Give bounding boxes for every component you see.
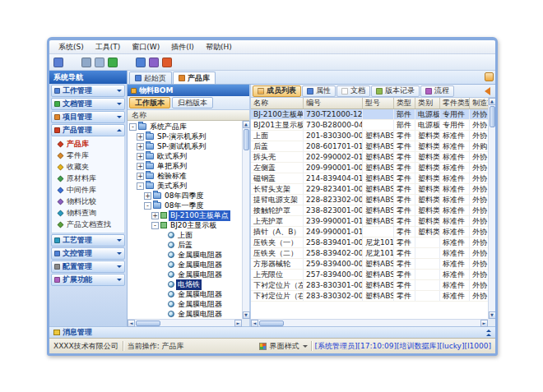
table-row[interactable]: 压铁夹（二） 258-839402-00E 尼龙1010 零件 标准件 外协 条	[251, 248, 488, 259]
tree-expander-icon[interactable]: +	[137, 173, 144, 180]
table-row[interactable]: 上壳限位 257-839400-00E 塑料ABS 零件 标准件 外协 条	[251, 270, 488, 280]
tree-node[interactable]: + 单把系列	[128, 161, 242, 171]
table-row[interactable]: BJ-2100主板单点 730-T21000-12E 部件 电源板 专用件 外协…	[251, 109, 488, 120]
sidebar-group[interactable]: 工作管理	[51, 85, 125, 97]
app-icon[interactable]	[53, 58, 63, 67]
tree-node[interactable]: 金属膜电阻器	[128, 270, 242, 279]
message-panel-bar[interactable]: 消息管理	[49, 326, 495, 338]
sidebar-group[interactable]: 扩展功能	[51, 274, 125, 286]
scroll-thumb[interactable]	[259, 321, 284, 326]
table-row[interactable]: 下衬定位片（左） 283-830301-00E 塑料ABS 零件 标准件 外协 …	[251, 280, 488, 291]
table-row[interactable]: 提臂电源支架 228-823302-00E 塑料ABS 零件 塑料类 标准件 外…	[251, 195, 488, 205]
table-row[interactable]: 下衬定位片（右） 283-830302-00E 塑料ABS 零件 标准件 外协 …	[251, 291, 488, 302]
sidebar-group[interactable]: 文档管理	[51, 98, 125, 110]
column-header[interactable]: 名称	[251, 98, 304, 108]
table-row[interactable]: 方形器械轮 259-839400-00E 塑料ABS 零件 标准件 外协 条	[251, 259, 488, 270]
menu-item[interactable]: 工具(T)	[90, 41, 127, 53]
tree-node[interactable]: + 检验标准	[128, 171, 242, 181]
scroll-thumb[interactable]	[136, 321, 160, 326]
grid-vertical-scrollbar[interactable]: ▲ ▼	[488, 98, 495, 319]
column-header[interactable]: 零件类型	[440, 98, 470, 108]
sidebar-item[interactable]: 中间件库	[52, 184, 124, 196]
table-row[interactable]: 上面 201-830300-00E 塑料ABS 零件 塑料类 标准件 外协 条	[251, 131, 488, 141]
tree-expander-icon[interactable]: +	[151, 212, 159, 219]
scroll-thumb[interactable]	[490, 106, 495, 127]
members-tab[interactable]: 属性	[302, 85, 336, 97]
tree-node[interactable]: - 美式系列	[128, 181, 242, 191]
plugin-icon[interactable]	[149, 58, 159, 67]
tree-node[interactable]: + 欧式系列	[128, 151, 242, 161]
document-tab[interactable]: 起始页	[129, 71, 172, 84]
scroll-down-icon[interactable]: ▼	[243, 311, 250, 319]
table-row[interactable]: 接触轮护罩 238-823001-00E 塑料ABS 零件 塑料类 标准件 外协…	[251, 205, 488, 216]
sidebar-item[interactable]: 物料比较	[52, 196, 124, 207]
members-tab[interactable]: 版本记录	[371, 85, 420, 97]
members-tab[interactable]: 文档	[336, 85, 370, 97]
tree-node[interactable]: 金属膜电阻器	[128, 299, 242, 309]
sidebar-item[interactable]: 物料查询	[52, 207, 124, 219]
ui-style-selector[interactable]: 界面样式	[270, 341, 299, 352]
menu-item[interactable]: 系统(S)	[53, 41, 90, 53]
tree-node[interactable]: 金属膜电阻器	[128, 289, 242, 299]
table-row[interactable]: 左侧盖 209-990001-00E 塑料ABS 零件 塑料类 标准件 外协 条	[251, 163, 488, 173]
exit-icon[interactable]	[162, 58, 172, 67]
grid-horizontal-scrollbar[interactable]: ◄ ►	[251, 319, 488, 326]
sidebar-item[interactable]: 产品库	[52, 138, 124, 150]
tab-strip-menu-icon[interactable]	[485, 72, 494, 81]
tree-node[interactable]: + 08年四季度	[128, 191, 242, 201]
window-list-icon[interactable]	[95, 58, 104, 67]
collapse-icon[interactable]	[486, 329, 491, 336]
tree-column-header[interactable]: 名称	[128, 110, 249, 121]
tree-expander-icon[interactable]: +	[137, 143, 144, 150]
tree-expander-icon[interactable]: +	[137, 133, 144, 141]
tree-node[interactable]: 上面	[128, 230, 242, 240]
scroll-right-icon[interactable]: ►	[480, 320, 488, 327]
column-header[interactable]: 类型	[394, 98, 415, 108]
tree-node[interactable]: 金属膜电阻器	[128, 250, 242, 260]
tree-expander-icon[interactable]: -	[144, 202, 151, 210]
members-tab[interactable]: 成员列表	[253, 85, 301, 97]
navigate-icon[interactable]	[81, 58, 91, 67]
tree-expander-icon[interactable]: -	[151, 222, 159, 229]
column-header[interactable]: 编号	[304, 98, 363, 108]
tree-expander-icon[interactable]: -	[129, 123, 137, 131]
column-header[interactable]: 类别	[415, 98, 440, 108]
scroll-thumb[interactable]	[244, 129, 249, 150]
tree-expander-icon[interactable]: +	[144, 192, 151, 200]
scroll-up-icon[interactable]: ▲	[243, 121, 250, 128]
version-tab[interactable]: 工作版本	[129, 97, 170, 108]
table-row[interactable]: 长臂头支架 229-823401-00E 塑料ABS 零件 塑料类 标准件 外协…	[251, 184, 488, 195]
tree-node[interactable]: - BJ20主显示板	[128, 220, 242, 230]
tree-vertical-scrollbar[interactable]: ▲ ▼	[242, 121, 249, 319]
scroll-up-icon[interactable]: ▲	[489, 98, 496, 105]
tree-node[interactable]: + BJ-2100主板单点	[128, 210, 242, 220]
tree-node[interactable]: + SP-演示机系列	[128, 131, 242, 141]
tree-expander-icon[interactable]: -	[137, 182, 144, 190]
tree-node[interactable]: - 系统产品库	[128, 122, 242, 131]
menu-item[interactable]: 帮助(H)	[200, 41, 238, 53]
table-row[interactable]: 磁钢盖 214-839404-01E 塑料ABS 零件 塑料类 标准件 外协 条	[251, 173, 488, 184]
tree-node[interactable]: - 08年一季度	[128, 201, 242, 210]
table-row[interactable]: 压铁夹（一） 258-839401-00E 尼龙1010 零件 标准件 外协 条	[251, 238, 488, 248]
sidebar-group[interactable]: 项目管理	[51, 111, 125, 123]
refresh-icon[interactable]	[108, 58, 118, 67]
chevron-down-icon[interactable]	[303, 345, 308, 350]
style-icon[interactable]	[136, 58, 146, 67]
sidebar-group-product[interactable]: 产品管理	[51, 124, 125, 136]
scroll-down-icon[interactable]: ▼	[489, 311, 496, 319]
table-row[interactable]: 插针（A、B） 249-990001-01E 零件 塑料类 标准件 外协 条	[251, 227, 488, 238]
table-row[interactable]: 后盖 208-601701-01E 塑料ABS 零件 塑料类 标准件 外购 条	[251, 141, 488, 152]
column-header[interactable]: 型号	[363, 98, 394, 108]
back-arrow-icon[interactable]	[485, 87, 490, 95]
tree-node[interactable]: 电烙铁	[128, 279, 242, 289]
tree-expander-icon[interactable]: +	[137, 153, 144, 160]
scroll-left-icon[interactable]: ◄	[128, 320, 135, 327]
scroll-right-icon[interactable]: ►	[234, 320, 242, 327]
menu-item[interactable]: 插件(I)	[165, 41, 200, 53]
version-tab[interactable]: 归档版本	[172, 97, 213, 108]
sidebar-group[interactable]: 文控管理	[51, 247, 125, 260]
table-row[interactable]: 拆头壳 202-990002-01E 塑料ABS 零件 塑料类 标准件 外协 条	[251, 152, 488, 163]
sidebar-group[interactable]: 配置管理	[51, 261, 125, 273]
table-row[interactable]: BJ201主显示板 730-B28000-04E 部件 电源板 专用件 外协 颗	[251, 120, 488, 131]
sidebar-item[interactable]: 产品文档查找	[52, 219, 124, 230]
